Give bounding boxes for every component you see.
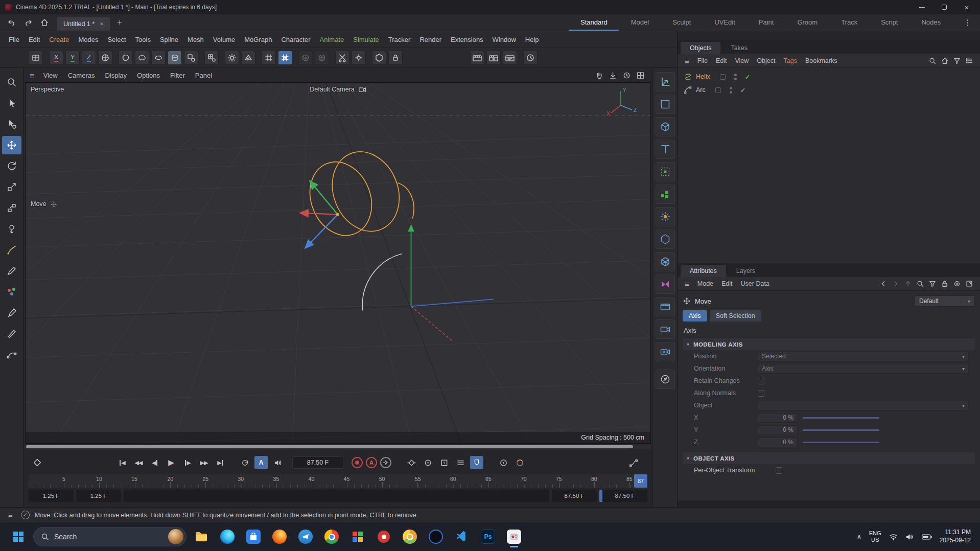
- placement-tool-icon[interactable]: [2, 199, 21, 217]
- firefox-app-icon[interactable]: [268, 525, 291, 548]
- attribute-scrollbar[interactable]: [678, 501, 980, 507]
- viewport-menu-item[interactable]: Cameras: [63, 70, 100, 81]
- new-window-icon[interactable]: [966, 280, 973, 287]
- menu-item[interactable]: Render: [415, 33, 446, 46]
- object-menu-item[interactable]: Bookmarks: [801, 55, 842, 66]
- cut-tool-icon[interactable]: [335, 51, 349, 65]
- axis-lock-z-button[interactable]: Z: [82, 51, 96, 65]
- forward-arrow-icon[interactable]: [892, 280, 899, 287]
- menu-item[interactable]: Modes: [74, 33, 103, 46]
- home-icon[interactable]: [941, 57, 948, 64]
- telegram-app-icon[interactable]: [294, 525, 317, 548]
- new-document-tab-button[interactable]: +: [113, 16, 126, 29]
- attribute-menu-item[interactable]: Edit: [717, 278, 737, 289]
- taskbar-search[interactable]: Search: [33, 527, 186, 546]
- vscode-app-icon[interactable]: [451, 525, 473, 548]
- key-scale-icon[interactable]: [421, 456, 434, 469]
- fcurve-mode-icon[interactable]: [627, 456, 640, 469]
- xpresso-icon[interactable]: [656, 274, 675, 294]
- tray-chevron-up-icon[interactable]: ∧: [857, 533, 861, 540]
- search-icon[interactable]: [917, 280, 924, 287]
- spline-group-icon-pressed[interactable]: [168, 51, 182, 65]
- viewport-menu-icon[interactable]: ≡: [27, 71, 37, 80]
- record-keyframe-button[interactable]: [352, 457, 363, 468]
- vertex-paint-tool-icon[interactable]: [2, 283, 21, 301]
- speaker-icon[interactable]: [905, 533, 914, 541]
- cube-icon[interactable]: [656, 117, 675, 136]
- axis-lock-y-button[interactable]: Y: [65, 51, 80, 65]
- key-position-icon[interactable]: [405, 456, 418, 469]
- previous-frame-button[interactable]: ◀: [148, 456, 161, 469]
- fields-icon[interactable]: [225, 51, 239, 65]
- view-grid-icon[interactable]: [262, 51, 276, 65]
- axis-x-slider[interactable]: [803, 417, 879, 419]
- wireframe-cube-icon[interactable]: [656, 252, 675, 271]
- layout-tab[interactable]: Model: [619, 14, 661, 31]
- sketch-tool-icon[interactable]: [2, 262, 21, 280]
- range-start-field[interactable]: 1.25 F: [29, 490, 74, 502]
- object-link-field[interactable]: ▾: [758, 401, 969, 410]
- chrome-canary-app-icon[interactable]: [399, 525, 421, 548]
- close-button[interactable]: ×: [955, 1, 978, 14]
- search-icon[interactable]: [929, 57, 936, 64]
- autokey-button[interactable]: A: [366, 457, 377, 468]
- object-row-helix[interactable]: Helix ✓: [678, 70, 980, 83]
- filter-icon[interactable]: [929, 280, 936, 287]
- dark-circle-app-icon[interactable]: [425, 525, 447, 548]
- menu-item[interactable]: Simulate: [348, 33, 384, 46]
- range-end-field-2[interactable]: 87.50 F: [599, 490, 647, 502]
- quantize-settings-icon[interactable]: [315, 51, 329, 65]
- knife-tool-icon[interactable]: [2, 325, 21, 343]
- live-selection-tool-icon[interactable]: [2, 94, 21, 112]
- axis-y-value-field[interactable]: 0 %: [758, 425, 798, 435]
- range-end-field[interactable]: 87.50 F: [552, 490, 597, 502]
- attribute-menu-item[interactable]: User Data: [737, 278, 774, 289]
- arc-spline-object[interactable]: [362, 254, 402, 311]
- pen-tool-icon[interactable]: [2, 241, 21, 259]
- viewport-h-scrollbar[interactable]: [25, 445, 651, 449]
- axis-y-slider[interactable]: [803, 429, 879, 431]
- layout-tab[interactable]: Groom: [785, 14, 829, 31]
- text-tool-icon[interactable]: [656, 140, 675, 159]
- key-parameters-icon[interactable]: [454, 456, 467, 469]
- object-name[interactable]: Arc: [696, 86, 706, 94]
- axis-settings-icon[interactable]: [352, 51, 366, 65]
- instance-icon[interactable]: [656, 162, 675, 181]
- pan-hand-icon[interactable]: [595, 72, 603, 79]
- keyframe-snap-magnet-icon[interactable]: [470, 456, 483, 469]
- spline-smooth-tool-icon[interactable]: [2, 346, 21, 364]
- enabled-check-icon[interactable]: ✓: [745, 73, 751, 81]
- menu-item[interactable]: Tools: [131, 33, 155, 46]
- menu-item[interactable]: Spline: [155, 33, 183, 46]
- viewport-view-label[interactable]: Perspective: [31, 86, 64, 93]
- axis-x-value-field[interactable]: 0 %: [758, 413, 798, 423]
- render-slate-icon[interactable]: [656, 297, 675, 316]
- axis-z-value-field[interactable]: 0 %: [758, 438, 798, 447]
- mograph-field-icon[interactable]: [656, 207, 675, 226]
- axis-orientation-gizmo[interactable]: Y X Z: [602, 85, 639, 118]
- menu-item[interactable]: Extensions: [446, 33, 488, 46]
- store-app-icon[interactable]: [242, 525, 265, 548]
- keyframe-diamond-icon[interactable]: [31, 456, 44, 469]
- start-button[interactable]: [7, 525, 30, 548]
- rotate-tool-icon[interactable]: [2, 157, 21, 175]
- keying-settings-button[interactable]: [380, 457, 391, 468]
- wifi-icon[interactable]: [889, 533, 898, 541]
- annotate-compass-icon[interactable]: [656, 370, 675, 389]
- timeline-ruler[interactable]: 510152025303540455055606570758085 87: [29, 474, 647, 488]
- layout-tab[interactable]: UVEdit: [703, 14, 746, 31]
- primitive-disc-icon[interactable]: [151, 51, 166, 65]
- viewport-menu-item[interactable]: Options: [132, 70, 165, 81]
- edge-app-icon[interactable]: [216, 525, 239, 548]
- search-highlight-image[interactable]: [168, 529, 183, 544]
- camera-1-icon[interactable]: [656, 319, 675, 339]
- current-frame-field[interactable]: 87.50 F: [292, 456, 343, 469]
- menu-item[interactable]: Mesh: [183, 33, 208, 46]
- viewport-menu-item[interactable]: Display: [100, 70, 132, 81]
- cinema4d-running-app-icon[interactable]: [503, 525, 525, 548]
- menu-item[interactable]: Tracker: [384, 33, 415, 46]
- menu-item[interactable]: Help: [521, 33, 544, 46]
- axis-z-slider[interactable]: [803, 442, 879, 443]
- tweak-tool-icon[interactable]: [2, 115, 21, 133]
- preset-dropdown[interactable]: Default ▾: [915, 295, 975, 307]
